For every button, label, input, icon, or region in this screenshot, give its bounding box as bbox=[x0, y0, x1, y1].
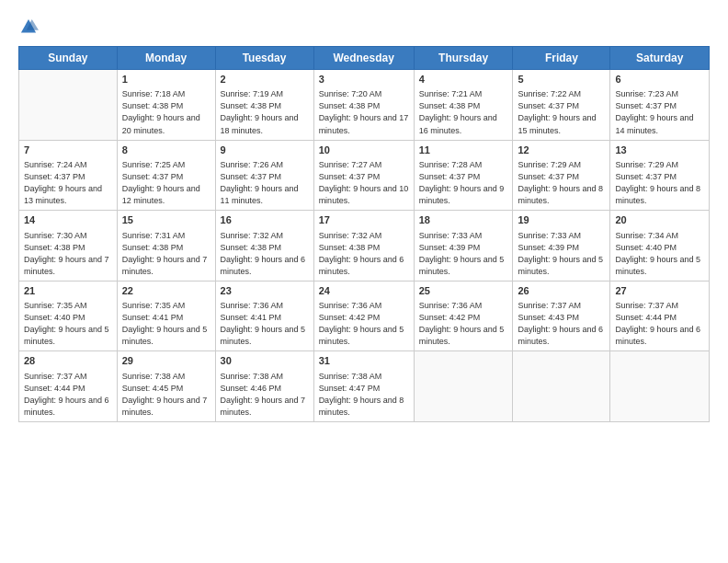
day-number: 20 bbox=[615, 213, 704, 227]
cell-info: Sunrise: 7:36 AMSunset: 4:42 PMDaylight:… bbox=[419, 300, 508, 348]
cell-info: Sunrise: 7:37 AMSunset: 4:43 PMDaylight:… bbox=[518, 300, 605, 348]
logo bbox=[18, 17, 42, 37]
day-number: 19 bbox=[518, 213, 605, 227]
day-number: 3 bbox=[319, 73, 409, 86]
day-number: 24 bbox=[319, 284, 409, 298]
day-number: 16 bbox=[221, 213, 309, 227]
day-number: 18 bbox=[419, 213, 508, 227]
day-number: 25 bbox=[419, 284, 508, 298]
cell-info: Sunrise: 7:33 AMSunset: 4:39 PMDaylight:… bbox=[419, 230, 508, 278]
day-number: 7 bbox=[24, 144, 112, 157]
cell-info: Sunrise: 7:38 AMSunset: 4:47 PMDaylight:… bbox=[319, 371, 409, 419]
cell-info: Sunrise: 7:27 AMSunset: 4:37 PMDaylight:… bbox=[319, 159, 409, 207]
cell-info: Sunrise: 7:20 AMSunset: 4:38 PMDaylight:… bbox=[319, 88, 409, 136]
cell-info: Sunrise: 7:33 AMSunset: 4:39 PMDaylight:… bbox=[518, 230, 605, 278]
calendar-cell: 2Sunrise: 7:19 AMSunset: 4:38 PMDaylight… bbox=[215, 70, 313, 141]
calendar-cell: 20Sunrise: 7:34 AMSunset: 4:40 PMDayligh… bbox=[610, 211, 710, 282]
week-row-5: 28Sunrise: 7:37 AMSunset: 4:44 PMDayligh… bbox=[19, 351, 710, 422]
day-number: 28 bbox=[24, 354, 112, 368]
day-number: 5 bbox=[518, 73, 605, 86]
calendar-cell bbox=[414, 351, 513, 422]
calendar-cell: 22Sunrise: 7:35 AMSunset: 4:41 PMDayligh… bbox=[117, 281, 215, 351]
day-number: 15 bbox=[122, 213, 210, 227]
cell-info: Sunrise: 7:21 AMSunset: 4:38 PMDaylight:… bbox=[419, 88, 508, 136]
calendar-cell: 29Sunrise: 7:38 AMSunset: 4:45 PMDayligh… bbox=[117, 351, 215, 422]
day-number: 14 bbox=[24, 213, 112, 227]
calendar-cell: 6Sunrise: 7:23 AMSunset: 4:37 PMDaylight… bbox=[610, 70, 710, 141]
calendar-cell bbox=[610, 351, 710, 422]
calendar-cell: 28Sunrise: 7:37 AMSunset: 4:44 PMDayligh… bbox=[19, 351, 118, 422]
col-header-tuesday: Tuesday bbox=[215, 47, 313, 70]
calendar-cell: 26Sunrise: 7:37 AMSunset: 4:43 PMDayligh… bbox=[513, 281, 610, 351]
cell-info: Sunrise: 7:37 AMSunset: 4:44 PMDaylight:… bbox=[615, 300, 704, 348]
day-number: 27 bbox=[615, 284, 704, 298]
calendar-cell: 1Sunrise: 7:18 AMSunset: 4:38 PMDaylight… bbox=[117, 70, 215, 141]
calendar-cell: 11Sunrise: 7:28 AMSunset: 4:37 PMDayligh… bbox=[414, 140, 513, 211]
day-number: 2 bbox=[221, 73, 309, 86]
cell-info: Sunrise: 7:29 AMSunset: 4:37 PMDaylight:… bbox=[615, 159, 704, 207]
day-number: 17 bbox=[319, 213, 409, 227]
calendar-cell: 7Sunrise: 7:24 AMSunset: 4:37 PMDaylight… bbox=[19, 140, 118, 211]
day-number: 8 bbox=[122, 144, 210, 157]
col-header-thursday: Thursday bbox=[414, 47, 513, 70]
day-number: 12 bbox=[518, 144, 605, 157]
week-row-1: 1Sunrise: 7:18 AMSunset: 4:38 PMDaylight… bbox=[19, 70, 710, 141]
day-number: 9 bbox=[221, 144, 309, 157]
cell-info: Sunrise: 7:34 AMSunset: 4:40 PMDaylight:… bbox=[615, 230, 704, 278]
calendar-cell: 9Sunrise: 7:26 AMSunset: 4:37 PMDaylight… bbox=[215, 140, 313, 211]
calendar-cell: 25Sunrise: 7:36 AMSunset: 4:42 PMDayligh… bbox=[414, 281, 513, 351]
col-header-saturday: Saturday bbox=[610, 47, 710, 70]
cell-info: Sunrise: 7:18 AMSunset: 4:38 PMDaylight:… bbox=[122, 88, 210, 136]
day-number: 6 bbox=[615, 73, 704, 86]
calendar-cell: 8Sunrise: 7:25 AMSunset: 4:37 PMDaylight… bbox=[117, 140, 215, 211]
col-header-monday: Monday bbox=[117, 47, 215, 70]
calendar-cell: 5Sunrise: 7:22 AMSunset: 4:37 PMDaylight… bbox=[513, 70, 610, 141]
cell-info: Sunrise: 7:36 AMSunset: 4:41 PMDaylight:… bbox=[221, 300, 309, 348]
cell-info: Sunrise: 7:31 AMSunset: 4:38 PMDaylight:… bbox=[122, 230, 210, 278]
day-number: 11 bbox=[419, 144, 508, 157]
day-number: 29 bbox=[122, 354, 210, 368]
calendar-cell: 21Sunrise: 7:35 AMSunset: 4:40 PMDayligh… bbox=[19, 281, 118, 351]
day-number: 13 bbox=[615, 144, 704, 157]
week-row-2: 7Sunrise: 7:24 AMSunset: 4:37 PMDaylight… bbox=[19, 140, 710, 211]
calendar-table: SundayMondayTuesdayWednesdayThursdayFrid… bbox=[18, 46, 710, 422]
page: SundayMondayTuesdayWednesdayThursdayFrid… bbox=[0, 0, 728, 563]
header bbox=[18, 17, 710, 37]
day-number: 10 bbox=[319, 144, 409, 157]
day-number: 4 bbox=[419, 73, 508, 86]
col-header-wednesday: Wednesday bbox=[313, 47, 414, 70]
cell-info: Sunrise: 7:25 AMSunset: 4:37 PMDaylight:… bbox=[122, 159, 210, 207]
calendar-cell: 10Sunrise: 7:27 AMSunset: 4:37 PMDayligh… bbox=[313, 140, 414, 211]
calendar-cell: 16Sunrise: 7:32 AMSunset: 4:38 PMDayligh… bbox=[215, 211, 313, 282]
day-number: 23 bbox=[221, 284, 309, 298]
cell-info: Sunrise: 7:37 AMSunset: 4:44 PMDaylight:… bbox=[24, 371, 112, 419]
cell-info: Sunrise: 7:28 AMSunset: 4:37 PMDaylight:… bbox=[419, 159, 508, 207]
calendar-cell: 23Sunrise: 7:36 AMSunset: 4:41 PMDayligh… bbox=[215, 281, 313, 351]
calendar-cell: 30Sunrise: 7:38 AMSunset: 4:46 PMDayligh… bbox=[215, 351, 313, 422]
calendar-cell: 19Sunrise: 7:33 AMSunset: 4:39 PMDayligh… bbox=[513, 211, 610, 282]
cell-info: Sunrise: 7:36 AMSunset: 4:42 PMDaylight:… bbox=[319, 300, 409, 348]
calendar-cell: 4Sunrise: 7:21 AMSunset: 4:38 PMDaylight… bbox=[414, 70, 513, 141]
calendar-cell: 3Sunrise: 7:20 AMSunset: 4:38 PMDaylight… bbox=[313, 70, 414, 141]
col-header-friday: Friday bbox=[513, 47, 610, 70]
cell-info: Sunrise: 7:29 AMSunset: 4:37 PMDaylight:… bbox=[518, 159, 605, 207]
day-number: 22 bbox=[122, 284, 210, 298]
calendar-header-row: SundayMondayTuesdayWednesdayThursdayFrid… bbox=[19, 47, 710, 70]
calendar-cell: 15Sunrise: 7:31 AMSunset: 4:38 PMDayligh… bbox=[117, 211, 215, 282]
week-row-3: 14Sunrise: 7:30 AMSunset: 4:38 PMDayligh… bbox=[19, 211, 710, 282]
day-number: 21 bbox=[24, 284, 112, 298]
day-number: 31 bbox=[319, 354, 409, 368]
cell-info: Sunrise: 7:26 AMSunset: 4:37 PMDaylight:… bbox=[221, 159, 309, 207]
calendar-cell bbox=[513, 351, 610, 422]
week-row-4: 21Sunrise: 7:35 AMSunset: 4:40 PMDayligh… bbox=[19, 281, 710, 351]
cell-info: Sunrise: 7:32 AMSunset: 4:38 PMDaylight:… bbox=[221, 230, 309, 278]
calendar-cell: 31Sunrise: 7:38 AMSunset: 4:47 PMDayligh… bbox=[313, 351, 414, 422]
calendar-cell bbox=[19, 70, 118, 141]
calendar-cell: 17Sunrise: 7:32 AMSunset: 4:38 PMDayligh… bbox=[313, 211, 414, 282]
cell-info: Sunrise: 7:22 AMSunset: 4:37 PMDaylight:… bbox=[518, 88, 605, 136]
cell-info: Sunrise: 7:38 AMSunset: 4:45 PMDaylight:… bbox=[122, 371, 210, 419]
cell-info: Sunrise: 7:35 AMSunset: 4:40 PMDaylight:… bbox=[24, 300, 112, 348]
calendar-cell: 12Sunrise: 7:29 AMSunset: 4:37 PMDayligh… bbox=[513, 140, 610, 211]
day-number: 30 bbox=[221, 354, 309, 368]
calendar-cell: 27Sunrise: 7:37 AMSunset: 4:44 PMDayligh… bbox=[610, 281, 710, 351]
